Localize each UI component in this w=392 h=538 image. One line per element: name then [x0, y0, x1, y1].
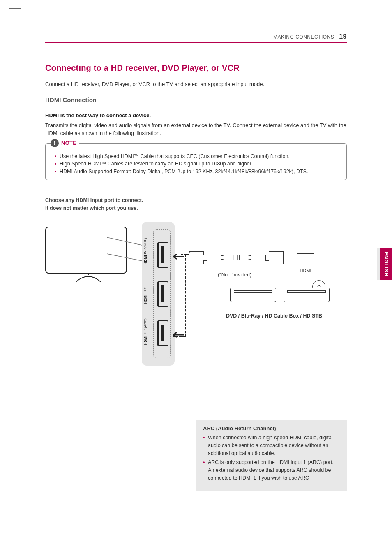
- language-tab-shadow: [377, 248, 380, 280]
- bold-lead: HDMI is the best way to connect a device…: [45, 112, 347, 118]
- note-item: Use the latest High Speed HDMI™ Cable th…: [55, 153, 341, 160]
- hdmi-port-panel: HDMI IN 3(MHL) HDMI IN 2 HDMI IN 1(ARC): [142, 222, 175, 366]
- hdmi-port-1: [157, 320, 169, 345]
- hdmi-cable-icon: [189, 250, 284, 266]
- port-label-2: HDMI IN 2: [143, 280, 148, 304]
- body-text: Transmits the digital video and audio si…: [45, 122, 347, 137]
- choose-line-1: Choose any HDMI input port to connect.: [45, 197, 143, 203]
- note-icon: !: [51, 139, 59, 147]
- subheading: HDMI Connection: [45, 96, 347, 103]
- cable-asterisk: *: [189, 250, 191, 255]
- hdmi-port-3: [157, 242, 169, 267]
- note-header: ! NOTE: [51, 139, 79, 147]
- bluray-player-icon: [284, 288, 330, 302]
- dashed-route: [181, 254, 190, 256]
- not-provided-label: (*Not Provided): [218, 272, 251, 278]
- arc-item: ARC is only supported on the HDMI input …: [203, 459, 340, 482]
- running-header: MAKING CONNECTIONS 19: [45, 33, 347, 43]
- devices-caption: DVD / Blu-Ray / HD Cable Box / HD STB: [226, 313, 322, 319]
- port-label-1: HDMI IN 1(ARC): [143, 315, 148, 345]
- choose-text: Choose any HDMI input port to connect. I…: [45, 197, 347, 212]
- note-item: High Speed HDMI™ Cables are tested to ca…: [55, 160, 341, 168]
- device-port-label: HDMI: [300, 268, 311, 273]
- crop-mark-right: [371, 0, 371, 8]
- callout-lines: [107, 237, 144, 270]
- dvd-player-icon: [230, 288, 276, 302]
- connection-diagram: HDMI IN 3(MHL) HDMI IN 2 HDMI IN 1(ARC) …: [45, 222, 347, 374]
- dashed-route: [173, 336, 185, 339]
- page-content: MAKING CONNECTIONS 19 Connecting to a HD…: [45, 33, 347, 423]
- page-number: 19: [339, 33, 347, 40]
- arc-item: When connected with a high-speed HDMI ca…: [203, 434, 340, 457]
- dashed-route: [181, 255, 186, 337]
- intro-text: Connect a HD receiver, DVD Player, or VC…: [45, 81, 347, 87]
- page-title: Connecting to a HD receiver, DVD Player,…: [45, 63, 347, 73]
- arc-info-box: ARC (Audio Return Channel) When connecte…: [196, 420, 347, 491]
- port-label-3: HDMI IN 3(MHL): [143, 235, 148, 264]
- arc-heading: ARC (Audio Return Channel): [203, 425, 340, 431]
- hdmi-port-2: [157, 281, 169, 306]
- section-name: MAKING CONNECTIONS: [273, 34, 334, 40]
- note-item: HDMI Audio Supported Format: Dolby Digit…: [55, 168, 341, 176]
- choose-line-2: It does not matter which port you use.: [45, 205, 138, 211]
- crop-mark-left: [21, 0, 24, 8]
- language-tab: ENGLISH: [380, 248, 392, 280]
- external-device-port: HDMI: [284, 245, 327, 276]
- note-box: ! NOTE Use the latest High Speed HDMI™ C…: [45, 143, 347, 180]
- note-label: NOTE: [61, 140, 76, 146]
